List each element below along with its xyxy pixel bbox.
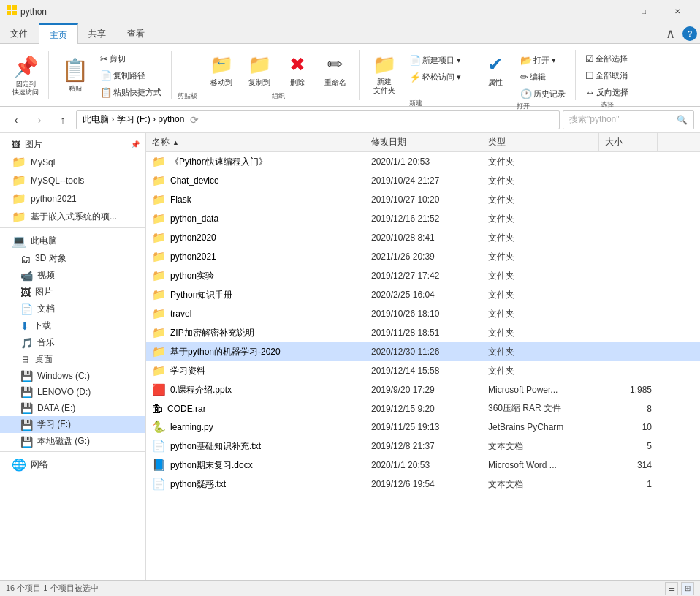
cut-button[interactable]: ✂ 剪切: [96, 51, 165, 67]
sidebar-item-video[interactable]: 📹 视频: [0, 267, 145, 284]
table-row[interactable]: 📘 python期末复习.docx 2020/1/1 20:53 Microso…: [146, 456, 700, 475]
table-row[interactable]: 🐍 learning.py 2019/11/25 19:13 JetBrains…: [146, 418, 700, 437]
close-button[interactable]: ✕: [661, 0, 694, 23]
paste-button[interactable]: 📋 粘贴: [55, 53, 95, 97]
move-to-button[interactable]: 📁← 移动到: [203, 50, 240, 91]
file-date-cell: 2020/1/1 20:53: [365, 155, 482, 168]
table-row[interactable]: 📁 python实验 2019/12/27 17:42 文件夹: [146, 266, 700, 285]
svg-rect-3: [12, 11, 17, 15]
file-name-cell: 📘 python期末复习.docx: [146, 457, 365, 473]
open-button[interactable]: 📂 打开 ▾: [517, 53, 569, 68]
table-row[interactable]: 📁 ZIP加密解密补充说明 2019/11/28 18:51 文件夹: [146, 323, 700, 342]
sidebar-item-lenovo-d[interactable]: 💾 LENOVO (D:): [0, 384, 145, 400]
table-row[interactable]: 📁 Flask 2019/10/27 10:20 文件夹: [146, 190, 700, 209]
sidebar-item-data-e[interactable]: 💾 DATA (E:): [0, 400, 145, 416]
invert-selection-button[interactable]: ↔ 反向选择: [582, 85, 632, 100]
ribbon-collapse-button[interactable]: ∧: [661, 24, 680, 43]
maximize-button[interactable]: □: [627, 0, 661, 23]
table-row[interactable]: 📁 Python知识手册 2020/2/25 16:04 文件夹: [146, 285, 700, 304]
sidebar-item-3d[interactable]: 🗂 3D 对象: [0, 250, 145, 267]
documents-icon: 📄: [20, 303, 33, 315]
sidebar-item-mysql-tools[interactable]: 📁 MySQL--tools: [0, 171, 145, 189]
table-row[interactable]: 📁 python2021 2021/1/26 20:39 文件夹: [146, 247, 700, 266]
address-field[interactable]: 此电脑 › 学习 (F:) › python ⟳: [76, 110, 560, 129]
column-header-size[interactable]: 大小: [599, 133, 658, 151]
copy-to-button[interactable]: 📁 复制到: [241, 50, 278, 91]
table-row[interactable]: 📁 travel 2019/10/26 18:10 文件夹: [146, 304, 700, 323]
sidebar-item-network[interactable]: 🌐 网络: [0, 456, 145, 474]
sidebar-item-windows-c[interactable]: 💾 Windows (C:): [0, 368, 145, 384]
column-header-type[interactable]: 类型: [482, 133, 599, 151]
3d-icon: 🗂: [20, 253, 31, 265]
help-button[interactable]: ?: [682, 26, 697, 41]
table-row[interactable]: 📁 基于python的机器学习-2020 2020/12/30 11:26 文件…: [146, 342, 700, 361]
file-name-text: python_data: [170, 214, 218, 224]
folder-icon: 📁: [152, 307, 166, 320]
rename-button[interactable]: ✏ 重命名: [317, 50, 354, 91]
search-field[interactable]: 搜索"python" 🔍: [563, 110, 694, 129]
rename-icon: ✏: [327, 53, 343, 76]
file-size-cell: [599, 369, 658, 372]
clipboard-group: 📌 固定到快速访问 📋 粘贴 ✂ 剪切 📄 复制路径: [6, 47, 200, 104]
file-name-cell: 📁 python_data: [146, 211, 365, 227]
new-folder-button[interactable]: 📁 新建文件夹: [366, 50, 403, 99]
table-row[interactable]: 🗜 CODE.rar 2019/12/15 9:20 360压缩 RAR 文件 …: [146, 399, 700, 418]
table-row[interactable]: 📁 python2020 2020/10/28 8:41 文件夹: [146, 228, 700, 247]
delete-icon: ✖: [289, 53, 305, 76]
edit-button[interactable]: ✏ 编辑: [517, 69, 569, 85]
up-button[interactable]: ↑: [53, 110, 73, 130]
deselect-all-button[interactable]: ☐ 全部取消: [582, 68, 632, 83]
sidebar-item-python2021[interactable]: 📁 python2021: [0, 189, 145, 208]
sidebar-item-this-pc[interactable]: 💻 此电脑: [0, 232, 145, 250]
tab-file[interactable]: 文件: [0, 23, 39, 43]
column-header-date[interactable]: 修改日期: [365, 133, 482, 151]
minimize-button[interactable]: —: [593, 0, 627, 23]
paste-shortcut-button[interactable]: 📋 粘贴快捷方式: [96, 85, 165, 100]
delete-button[interactable]: ✖ 删除: [279, 50, 316, 91]
new-item-button[interactable]: 📄 新建项目 ▾: [406, 53, 465, 68]
table-row[interactable]: 📁 python_data 2019/12/16 21:52 文件夹: [146, 209, 700, 228]
properties-button[interactable]: ✔ 属性: [477, 50, 514, 91]
tab-view[interactable]: 查看: [117, 23, 156, 43]
svg-rect-1: [12, 5, 17, 10]
column-header-name[interactable]: 名称 ▲: [146, 133, 365, 151]
sidebar-item-mysql[interactable]: 📁 MySql: [0, 153, 145, 171]
file-type-cell: 360压缩 RAR 文件: [482, 401, 599, 416]
table-row[interactable]: 📁 《Python快速编程入门》 2020/1/1 20:53 文件夹: [146, 152, 700, 171]
select-all-button[interactable]: ☑ 全部选择: [582, 51, 632, 67]
table-row[interactable]: 🟥 0.课程介绍.pptx 2019/9/20 17:29 Microsoft …: [146, 380, 700, 399]
table-row[interactable]: 📄 python基础知识补充.txt 2019/12/8 21:37 文本文档 …: [146, 437, 700, 456]
view-details-button[interactable]: ⊞: [681, 582, 694, 595]
desktop-icon: 🖥: [20, 354, 31, 366]
easy-access-button[interactable]: ⚡ 轻松访问 ▾: [406, 69, 465, 85]
pin-to-quickaccess-button[interactable]: 📌 固定到快速访问: [6, 48, 45, 102]
file-size-cell: [599, 160, 658, 163]
file-name-cell: 📁 Chat_device: [146, 173, 365, 189]
table-row[interactable]: 📁 Chat_device 2019/10/24 21:27 文件夹: [146, 171, 700, 190]
file-name-cell: 📁 基于python的机器学习-2020: [146, 344, 365, 360]
python2021-icon: 📁: [12, 192, 26, 205]
back-button[interactable]: ‹: [6, 110, 26, 130]
sidebar-item-desktop[interactable]: 🖥 桌面: [0, 351, 145, 368]
view-list-button[interactable]: ☰: [665, 582, 678, 595]
sidebar-item-music[interactable]: 🎵 音乐: [0, 334, 145, 351]
sidebar-item-downloads[interactable]: ⬇ 下载: [0, 317, 145, 334]
organize-group: 📁← 移动到 📁 复制到 ✖ 删除 ✏ 重命名: [200, 47, 357, 104]
music-icon: 🎵: [20, 337, 33, 349]
history-button[interactable]: 🕐 历史记录: [517, 86, 569, 102]
forward-button[interactable]: ›: [29, 110, 50, 130]
sidebar-item-pictures[interactable]: 🖼 图片 📌: [0, 136, 145, 153]
sidebar-item-embedded[interactable]: 📁 基于嵌入式系统的项...: [0, 208, 145, 226]
sidebar-item-local-g[interactable]: 💾 本地磁盘 (G:): [0, 433, 145, 450]
table-row[interactable]: 📁 学习资料 2019/12/14 15:58 文件夹: [146, 361, 700, 380]
table-row[interactable]: 📄 python疑惑.txt 2019/12/6 19:54 文本文档 1: [146, 475, 700, 494]
copy-path-button[interactable]: 📄 复制路径: [96, 68, 165, 83]
address-refresh: ⟳: [190, 114, 199, 126]
file-name-cell: 🟥 0.课程介绍.pptx: [146, 382, 365, 398]
file-list-body: 📁 《Python快速编程入门》 2020/1/1 20:53 文件夹 📁 Ch…: [146, 152, 700, 580]
sidebar-item-learning-f[interactable]: 💾 学习 (F:): [0, 416, 145, 433]
tab-share[interactable]: 共享: [78, 23, 117, 43]
tab-home[interactable]: 主页: [39, 23, 78, 44]
sidebar-item-documents[interactable]: 📄 文档: [0, 301, 145, 317]
sidebar-item-pictures2[interactable]: 🖼 图片: [0, 284, 145, 301]
